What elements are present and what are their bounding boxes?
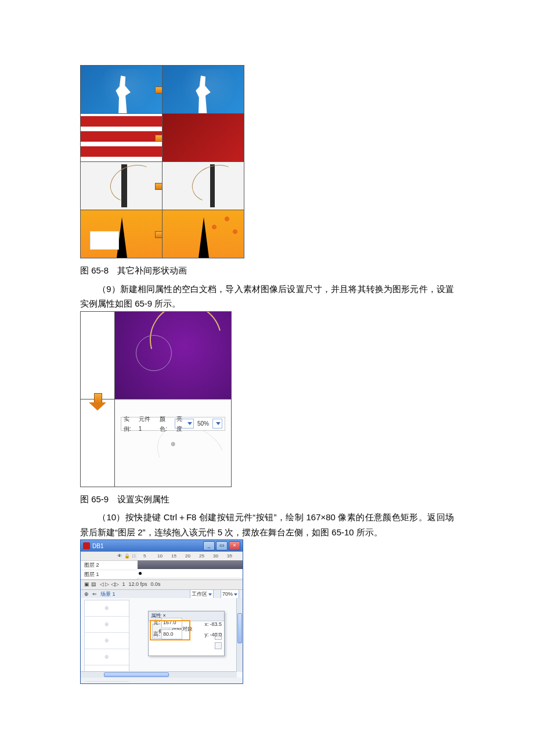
layer2-track[interactable] — [138, 560, 243, 569]
maximize-button[interactable]: ▭ — [216, 541, 228, 550]
button-instance[interactable]: ⊕ — [85, 649, 129, 665]
app-icon — [83, 542, 90, 549]
fig8-cell — [163, 162, 244, 210]
brightness-percent: 50% — [197, 419, 209, 429]
instance-value: 元件 1 — [139, 414, 153, 434]
fig9-properties-panel: 实例: 元件 1 颜色: 亮度 50% ⊕ — [115, 399, 231, 487]
button-instances-column: ⊕ ⊕ ⊕ ⊕ ⊕ — [84, 600, 129, 674]
height-field[interactable]: 80.0 — [161, 629, 182, 639]
figure-65-9: 实例: 元件 1 颜色: 亮度 50% ⊕ — [80, 311, 232, 487]
paragraph-10: （10）按快捷键 Ctrl＋F8 创建按钮元件“按钮”，绘制 167×80 像素… — [80, 510, 454, 539]
instance-property-bar: 实例: 元件 1 颜色: 亮度 50% — [121, 417, 225, 431]
layer-row[interactable]: 图层 2 — [81, 561, 138, 570]
arrow-down-icon — [89, 393, 106, 412]
center-handle-icon: ⊕ — [171, 439, 175, 449]
color-label: 颜色: — [160, 414, 171, 434]
fig8-cell — [81, 210, 162, 258]
color-dropdown[interactable]: 亮度 — [175, 419, 194, 429]
button-instance[interactable]: ⊕ — [85, 617, 129, 633]
figure-65-8-caption: 图 65-8 其它补间形状动画 — [80, 263, 454, 278]
arrow-right-icon — [154, 81, 162, 98]
frame-ruler: 5 10 15 20 25 30 35 — [138, 552, 243, 561]
arrow-right-icon — [154, 178, 162, 194]
figure-65-9-caption: 图 65-9 设置实例属性 — [80, 492, 454, 507]
y-field[interactable]: -40.0 — [210, 631, 222, 639]
layer1-track[interactable] — [138, 569, 243, 578]
window-title: DB1 — [92, 541, 103, 551]
arrow-right-icon — [154, 129, 162, 146]
button-instance[interactable]: ⊕ — [85, 600, 129, 617]
fig8-cell — [81, 162, 162, 210]
properties-panel: 属性 × ◐ 按钮对象 宽: 167.0 高: — [148, 611, 225, 656]
arrow-right-icon — [154, 226, 162, 242]
window-titlebar: DB1 _ ▭ × — [81, 540, 243, 552]
y-label: y: — [204, 631, 208, 639]
figure-65-8 — [80, 65, 244, 258]
fig8-cell — [81, 114, 162, 161]
minimize-button[interactable]: _ — [203, 541, 215, 550]
width-label: 宽: — [151, 618, 160, 627]
width-field[interactable]: 167.0 — [161, 618, 182, 628]
fig9-purple-image — [115, 312, 231, 399]
figure-65-10: DB1 _ ▭ × 👁🔒□ 图层 2 图层 1 5 10 15 20 — [80, 539, 243, 684]
timeline-status: ▣ ▤ ◁ ▷ ◁▷ 1 12.0 fps 0.0s — [81, 580, 243, 590]
vertical-scrollbar[interactable] — [236, 598, 243, 672]
close-button[interactable]: × — [229, 541, 240, 550]
fig8-cell — [163, 114, 244, 161]
paragraph-9: （9）新建相同属性的空白文档，导入素材图像后设置尺寸，并且将其转换为图形元件，设… — [80, 282, 454, 311]
x-field[interactable]: -83.5 — [210, 620, 222, 629]
x-label: x: — [204, 620, 208, 629]
height-label: 高: — [151, 630, 160, 639]
timeline-panel: 👁🔒□ 图层 2 图层 1 5 10 15 20 25 30 35 — [81, 552, 243, 580]
fig8-cell — [163, 210, 244, 258]
swap-icon[interactable] — [215, 642, 222, 649]
horizontal-scrollbar[interactable] — [81, 671, 237, 678]
button-instance[interactable]: ⊕ — [85, 633, 129, 649]
instance-label: 实例: — [124, 414, 135, 434]
fig8-cell — [81, 66, 162, 113]
fig8-cell — [163, 66, 244, 113]
percent-dropdown[interactable] — [212, 419, 222, 429]
layer-row[interactable]: 图层 1 — [81, 570, 138, 579]
